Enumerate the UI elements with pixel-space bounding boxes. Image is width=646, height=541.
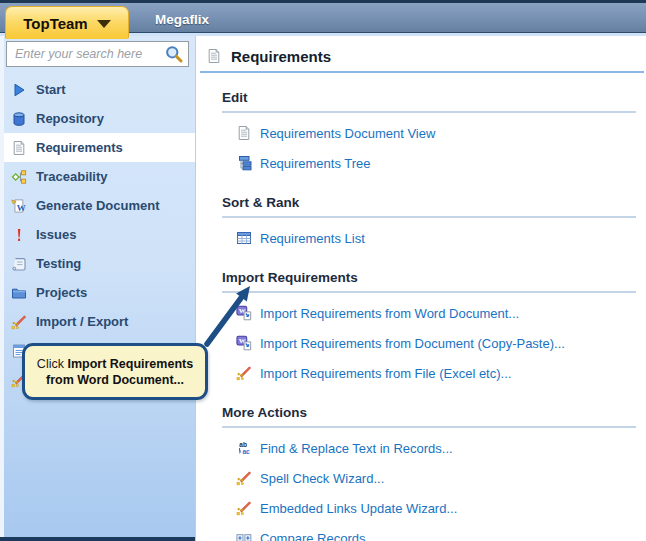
action-link-label[interactable]: Import Requirements from Word Document..… — [260, 306, 519, 321]
sidebar-item-label: Issues — [36, 227, 76, 242]
document-icon — [10, 140, 27, 156]
title-divider — [200, 71, 644, 73]
compare-icon — [235, 530, 252, 541]
callout: Click Import Requirements from Word Docu… — [22, 343, 208, 400]
sidebar-item-issues[interactable]: Issues — [0, 220, 195, 249]
sidebar-item-label: Projects — [36, 285, 87, 300]
sidebar-item-label: Traceability — [36, 169, 108, 184]
sidebar-item-label: Start — [36, 82, 66, 97]
sidebar-item-label: Requirements — [36, 140, 123, 155]
action-link-label[interactable]: Requirements Tree — [260, 156, 371, 171]
action-link-embedded-links-update-wizard[interactable]: Embedded Links Update Wizard... — [196, 493, 646, 523]
action-link-find-replace-text-in-records[interactable]: abacFind & Replace Text in Records... — [196, 433, 646, 463]
document-icon — [235, 125, 252, 141]
wand-icon — [235, 470, 252, 486]
exclamation-icon — [10, 227, 27, 243]
svg-text:ac: ac — [242, 448, 250, 455]
sections: EditRequirements Document ViewRequiremen… — [196, 90, 646, 541]
sidebar-item-projects[interactable]: Projects — [0, 278, 195, 307]
svg-text:W: W — [16, 202, 25, 212]
action-link-label[interactable]: Requirements List — [260, 231, 365, 246]
action-link-label[interactable]: Import Requirements from File (Excel etc… — [260, 366, 511, 381]
sidebar-item-traceability[interactable]: Traceability — [0, 162, 195, 191]
action-link-spell-check-wizard[interactable]: Spell Check Wizard... — [196, 463, 646, 493]
find-replace-icon: abac — [235, 440, 252, 456]
sidebar-item-label: Repository — [36, 111, 104, 126]
action-link-label[interactable]: Spell Check Wizard... — [260, 471, 384, 486]
sidebar-item-label: Import / Export — [36, 314, 128, 329]
document-icon — [205, 48, 222, 64]
action-link-import-requirements-from-document-copy-paste[interactable]: WImport Requirements from Document (Copy… — [196, 328, 646, 358]
action-link-import-requirements-from-word-document[interactable]: WImport Requirements from Word Document.… — [196, 298, 646, 328]
section-import-requirements: Import RequirementsWImport Requirements … — [196, 270, 646, 388]
word-import-icon: W — [235, 335, 252, 351]
svg-text:ab: ab — [239, 441, 247, 448]
section-sort-rank: Sort & RankRequirements List — [196, 195, 646, 253]
section-divider — [222, 426, 636, 428]
section-edit: EditRequirements Document ViewRequiremen… — [196, 90, 646, 178]
section-divider — [222, 291, 636, 293]
action-link-label[interactable]: Find & Replace Text in Records... — [260, 441, 453, 456]
sidebar-item-testing[interactable]: Testing — [0, 249, 195, 278]
action-link-label[interactable]: Requirements Document View — [260, 126, 435, 141]
sidebar-item-requirements[interactable]: Requirements — [0, 133, 195, 162]
magnifier-icon[interactable] — [164, 44, 184, 64]
sidebar-item-label: Generate Document — [36, 198, 160, 213]
folder-icon — [10, 285, 27, 301]
action-link-label[interactable]: Compare Records... — [260, 531, 376, 541]
sidebar-item-generate-document[interactable]: WGenerate Document — [0, 191, 195, 220]
topteam-menu-button[interactable]: TopTeam — [5, 6, 129, 39]
sidebar-left-highlight — [0, 36, 4, 541]
sidebar-item-label: Testing — [36, 256, 81, 271]
topteam-menu-label: TopTeam — [23, 15, 87, 32]
main-panel: Requirements EditRequirements Document V… — [196, 36, 646, 541]
section-more-actions: More ActionsabacFind & Replace Text in R… — [196, 405, 646, 541]
action-link-import-requirements-from-file-excel-etc[interactable]: Import Requirements from File (Excel etc… — [196, 358, 646, 388]
section-divider — [222, 216, 636, 218]
tab-megaflix-label: Megaflix — [155, 12, 209, 27]
page-title: Requirements — [231, 48, 331, 65]
search-box — [6, 41, 189, 67]
table-icon — [235, 230, 252, 246]
section-heading: Import Requirements — [222, 270, 646, 285]
search-input[interactable] — [15, 47, 164, 61]
generate-document-icon: W — [10, 198, 27, 214]
section-heading: More Actions — [222, 405, 646, 420]
wand-icon — [10, 314, 27, 330]
sidebar-item-repository[interactable]: Repository — [0, 104, 195, 133]
tab-megaflix[interactable]: Megaflix — [143, 3, 221, 36]
sidebar-bottom-border — [0, 537, 195, 541]
word-import-icon: W — [235, 305, 252, 321]
action-link-requirements-document-view[interactable]: Requirements Document View — [196, 118, 646, 148]
traceability-icon — [10, 169, 27, 185]
wand-icon — [235, 365, 252, 381]
app-window: TopTeam Megaflix StartRepositoryRequirem… — [0, 0, 646, 541]
sidebar-item-import-export[interactable]: Import / Export — [0, 307, 195, 336]
scroll-icon — [10, 256, 27, 272]
sidebar: StartRepositoryRequirementsTraceabilityW… — [0, 36, 196, 541]
tree-icon — [235, 155, 252, 171]
action-link-requirements-tree[interactable]: Requirements Tree — [196, 148, 646, 178]
play-icon — [10, 82, 27, 98]
section-heading: Sort & Rank — [222, 195, 646, 210]
callout-text: Click Import Requirements from Word Docu… — [33, 356, 197, 388]
section-heading: Edit — [222, 90, 646, 105]
action-link-label[interactable]: Embedded Links Update Wizard... — [260, 501, 457, 516]
action-link-label[interactable]: Import Requirements from Document (Copy-… — [260, 336, 565, 351]
sidebar-item-start[interactable]: Start — [0, 75, 195, 104]
database-icon — [10, 111, 27, 127]
action-link-compare-records[interactable]: Compare Records... — [196, 523, 646, 541]
wand-icon — [235, 500, 252, 516]
section-divider — [222, 111, 636, 113]
action-link-requirements-list[interactable]: Requirements List — [196, 223, 646, 253]
chevron-down-icon — [97, 20, 111, 28]
top-bar: TopTeam Megaflix — [0, 0, 646, 33]
